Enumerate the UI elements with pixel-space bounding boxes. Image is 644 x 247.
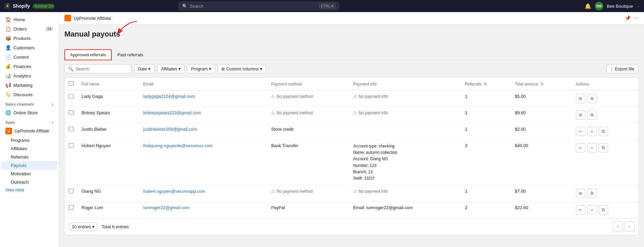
sidebar-item-home[interactable]: 🏠 Home — [1, 15, 57, 24]
cell-referrals: 1 — [461, 123, 511, 140]
affiliates-filter-button[interactable]: Affiliates ▾ — [157, 64, 184, 73]
sidebar-item-orders[interactable]: 📋 Orders 24 — [1, 24, 57, 34]
topbar-search[interactable]: 🔍 Search CTRL K — [178, 2, 339, 10]
edit-button[interactable]: ✏ — [576, 205, 585, 214]
table-row: Justin Bieberjustinbieber209@gmail.comSt… — [65, 123, 638, 140]
row-checkbox-1[interactable] — [69, 94, 73, 99]
copy-button[interactable]: ⧉ — [587, 94, 597, 103]
main-layout: 🏠 Home 📋 Orders 24 📦 Products 👤 Customer… — [0, 12, 644, 247]
row-checkbox-4[interactable] — [69, 143, 73, 148]
program-filter-button[interactable]: Program ▾ — [187, 64, 215, 73]
sidebar-sub-payouts[interactable]: Payouts — [1, 161, 57, 170]
cell-payment-info — [349, 123, 461, 140]
shopify-logo[interactable]: S Shopify — [4, 3, 30, 9]
notification-bell-icon[interactable]: 🔔 — [585, 3, 591, 9]
copy-button[interactable]: ⧉ — [587, 110, 597, 120]
sidebar-sub-referrals[interactable]: Referrals — [1, 153, 57, 161]
search-box[interactable]: 🔍 — [64, 64, 131, 73]
list-button[interactable]: ≡ — [587, 127, 597, 136]
export-button[interactable]: ↑ Export file — [606, 64, 639, 73]
sidebar-item-discounts[interactable]: 🏷️ Discounts — [1, 90, 57, 99]
apps-expand-icon[interactable]: › — [52, 120, 53, 125]
copy-button[interactable]: ⧉ — [587, 189, 597, 198]
search-icon: 🔍 — [182, 4, 187, 9]
send-email-button[interactable]: ✉ — [576, 189, 585, 198]
avatar[interactable]: BB — [595, 2, 603, 10]
sidebar-sub-affiliates[interactable]: Affiliates — [1, 144, 57, 153]
tab-paid-referrals[interactable]: Paid referrals — [112, 49, 149, 60]
table-row: Britney Spearsbritneyspears223@gmail.com… — [65, 107, 638, 123]
row-checkbox-2[interactable] — [69, 110, 73, 115]
search-box-icon: 🔍 — [68, 66, 73, 71]
page-title: Manual payouts — [64, 30, 120, 39]
sales-channels-section: Sales channels › — [0, 99, 59, 108]
cell-payment-info: ⚠No payment info — [349, 185, 461, 202]
store-menu-icon[interactable]: ··· — [636, 4, 640, 9]
custom-columns-button[interactable]: ⊞ Custom columns ▾ — [218, 64, 266, 73]
more-options-icon[interactable]: ··· — [633, 15, 639, 21]
sidebar-item-online-store[interactable]: 🌐 Online Store — [1, 108, 57, 117]
col-payment-method: Payment method — [267, 78, 349, 90]
copy-button[interactable]: ⧉ — [599, 127, 608, 136]
sidebar-item-customers[interactable]: 👤 Customers — [1, 43, 57, 52]
columns-icon: ⊞ — [221, 67, 225, 71]
orders-badge: 24 — [45, 26, 53, 31]
row-checkbox-6[interactable] — [69, 205, 73, 210]
date-filter-button[interactable]: Date ▾ — [134, 64, 154, 73]
edit-button[interactable]: ✏ — [576, 127, 585, 136]
list-button[interactable]: ≡ — [587, 205, 597, 214]
cell-referrals: 1 — [461, 185, 511, 202]
edit-button[interactable]: ✏ — [576, 143, 585, 152]
view-more-link[interactable]: View more — [0, 186, 59, 194]
sales-channels-expand-icon[interactable]: › — [52, 102, 53, 107]
custom-columns-chevron-icon: ▾ — [260, 66, 262, 71]
send-email-button[interactable]: ✉ — [576, 94, 585, 103]
cell-actions: ✏≡⧉ — [572, 202, 638, 218]
app-name-label: UpPromote Affiliate — [15, 129, 49, 133]
sidebar-item-uppromote[interactable]: U UpPromote Affiliate — [1, 126, 57, 136]
tab-approved-referrals[interactable]: Approved referrals — [64, 49, 112, 60]
online-store-icon: 🌐 — [5, 110, 11, 115]
entries-select[interactable]: 10 entries ▾ — [69, 223, 98, 231]
cell-payment-info: Account type: checkingName: autumn colle… — [349, 140, 461, 185]
table-row: Hubert Nguyenthaiquang.nguyenle@secomus.… — [65, 140, 638, 185]
cell-actions: ✏≡⧉ — [572, 140, 638, 185]
pin-icon[interactable]: 📌 — [625, 15, 631, 21]
col-referrals[interactable]: Referrals ⇅ — [461, 78, 511, 90]
send-email-button[interactable]: ✉ — [576, 110, 585, 120]
sidebar-item-marketing[interactable]: 📢 Marketing — [1, 80, 57, 90]
cell-full-name: Britney Spears — [77, 107, 139, 123]
sidebar-item-finances[interactable]: 💰 Finances — [1, 62, 57, 71]
sidebar-item-marketing-label: Marketing — [13, 83, 33, 88]
sidebar: 🏠 Home 📋 Orders 24 📦 Products 👤 Customer… — [0, 12, 59, 247]
export-icon: ↑ — [611, 66, 613, 71]
sidebar-item-home-label: Home — [13, 17, 25, 22]
copy-button[interactable]: ⧉ — [599, 205, 608, 214]
sidebar-item-analytics[interactable]: 📊 Analytics — [1, 71, 57, 80]
toolbar: 🔍 Date ▾ Affiliates ▾ Program ▾ ⊞ Cu — [64, 64, 639, 73]
season-badge: Summer '24 — [33, 4, 55, 9]
sidebar-item-products[interactable]: 📦 Products — [1, 34, 57, 43]
sidebar-sub-motivation[interactable]: Motivation — [1, 170, 57, 178]
sidebar-sub-outreach[interactable]: Outreach — [1, 178, 57, 186]
sidebar-sub-programs[interactable]: Programs — [1, 136, 57, 144]
table-footer: 10 entries ▾ Total 6 entries ‹ › — [65, 218, 638, 235]
col-total-amount[interactable]: Total amount ⇅ — [511, 78, 572, 90]
row-checkbox-3[interactable] — [69, 127, 73, 131]
cell-full-name: Hubert Nguyen — [77, 140, 139, 185]
row-checkbox-5[interactable] — [69, 189, 73, 193]
copy-button[interactable]: ⧉ — [599, 143, 608, 152]
sidebar-item-content[interactable]: 📄 Content — [1, 52, 57, 62]
prev-page-button[interactable]: ‹ — [613, 222, 623, 232]
cell-email: justinbieber209@gmail.com — [139, 123, 267, 140]
referrals-sort-icon: ⇅ — [484, 82, 487, 86]
cell-payment-info: Email: lumroger22@gmail.com — [349, 202, 461, 218]
next-page-button[interactable]: › — [624, 222, 634, 232]
cell-payment-method: Bank Transfer — [267, 140, 349, 185]
list-button[interactable]: ≡ — [587, 143, 597, 152]
select-all-checkbox[interactable] — [69, 81, 73, 86]
store-name[interactable]: Bee Boutique — [607, 4, 633, 9]
search-input[interactable] — [75, 66, 128, 71]
finances-icon: 💰 — [5, 64, 11, 69]
svg-text:S: S — [6, 4, 8, 8]
